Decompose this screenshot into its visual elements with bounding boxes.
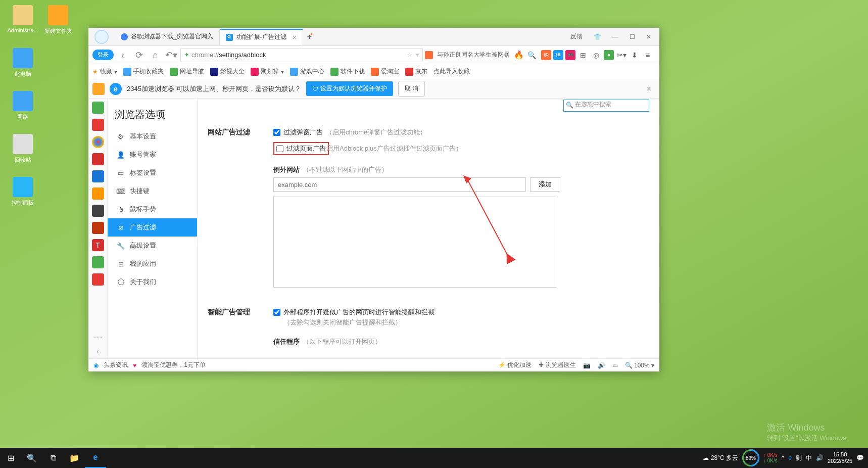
rail-dragon-icon[interactable] — [92, 205, 104, 217]
smart-block-checkbox[interactable] — [273, 309, 280, 316]
favorites-button[interactable]: ★收藏▾ — [92, 67, 117, 76]
browser-taskbar-button[interactable]: e — [85, 448, 106, 468]
new-tab-button[interactable]: +● — [303, 32, 318, 41]
maximize-button[interactable]: ☐ — [626, 31, 638, 42]
back-button[interactable]: ‹ — [116, 48, 130, 62]
doctor-button[interactable]: ✚ 浏览器医生 — [539, 361, 575, 369]
star-icon[interactable]: ☆ — [407, 51, 413, 59]
tab-2[interactable]: ⚙ 功能扩展-广告过滤 × — [220, 29, 303, 45]
sidebar-item-account[interactable]: 👤账号管家 — [108, 146, 197, 164]
tab-1[interactable]: 谷歌浏览器下载_浏览器官网入 — [115, 29, 220, 45]
bookmark-taobao[interactable]: 爱淘宝 — [371, 67, 399, 76]
start-button[interactable]: ⊞ — [0, 448, 21, 468]
desktop-icon-recyclebin[interactable]: 回收站 — [5, 134, 40, 164]
taskview-button[interactable]: ⧉ — [42, 448, 64, 468]
grid-icon[interactable]: ⊞ — [577, 50, 589, 61]
rail-more-icon[interactable]: ⋯ — [93, 331, 103, 342]
rail-iqiyi-icon[interactable] — [92, 256, 104, 268]
sidebar-item-about[interactable]: ⓘ关于我们 — [108, 273, 197, 291]
reload-button[interactable]: ⟳ — [132, 48, 146, 62]
screenshot-icon[interactable]: 📷 — [583, 362, 591, 369]
rail-game2-icon[interactable] — [92, 222, 104, 234]
sidebar-item-adblock[interactable]: ⊘广告过滤 — [108, 218, 197, 237]
rail-chrome-icon[interactable] — [92, 136, 104, 148]
sidebar-item-mouse[interactable]: 🖱鼠标手势 — [108, 200, 197, 218]
sound-icon[interactable]: 🔊 — [598, 362, 605, 369]
page-filter-checkbox[interactable] — [276, 145, 283, 152]
explorer-button[interactable]: 📁 — [64, 448, 85, 468]
zoom-label[interactable]: 🔍 100% ▾ — [625, 362, 654, 369]
set-default-button[interactable]: 🛡设置为默认浏览器并保护 — [306, 81, 393, 96]
exception-input[interactable] — [273, 177, 526, 192]
translate-icon[interactable]: 译 — [553, 50, 563, 60]
weather-widget[interactable]: ☁ 28°C 多云 — [703, 454, 738, 462]
login-button[interactable]: 登录 — [92, 50, 114, 60]
search-icon[interactable]: 🔍 — [526, 50, 537, 61]
sidebar-item-tabs[interactable]: ▭标签设置 — [108, 164, 197, 182]
tray-volume-icon[interactable]: 🔊 — [816, 454, 824, 461]
clock-widget[interactable]: 15:50 2022/8/25 — [828, 451, 852, 464]
green-icon[interactable]: ● — [604, 50, 614, 60]
bookmark-video[interactable]: 影视大全 — [210, 67, 245, 76]
desktop-icon-controlpanel[interactable]: 控制面板 — [5, 177, 40, 207]
shop-icon[interactable]: 购 — [541, 50, 551, 60]
optimize-button[interactable]: ⚡ 优化加速 — [498, 361, 532, 369]
rail-game-icon[interactable] — [92, 188, 104, 200]
menu-icon[interactable]: ≡ — [642, 50, 653, 61]
desktop-icon-newfolder[interactable]: 新建文件夹 — [40, 5, 76, 35]
restore-button[interactable]: ↶▾ — [164, 48, 178, 62]
net-speed-widget[interactable]: ↑ 0K/s ↓ 0K/s — [763, 452, 778, 463]
rail-clock-icon[interactable] — [92, 102, 104, 114]
address-bar[interactable]: ✦ chrome://settings/adblock ☆ ▾ — [180, 48, 423, 62]
compat-icon[interactable]: ▭ — [612, 362, 618, 369]
bookmark-mobile[interactable]: 手机收藏夹 — [123, 67, 164, 76]
bookmark-game[interactable]: 游戏中心 — [290, 67, 324, 76]
minimize-button[interactable]: — — [609, 31, 621, 42]
bookmark-jd[interactable]: 京东 — [405, 67, 427, 76]
desktop-icon-thispc[interactable]: 此电脑 — [5, 48, 40, 78]
rail-east-icon[interactable] — [92, 153, 104, 165]
dropdown-icon[interactable]: ▾ — [416, 51, 419, 59]
sidebar-item-apps[interactable]: ⊞我的应用 — [108, 255, 197, 273]
rail-t-icon[interactable]: T — [92, 239, 104, 251]
rail-pdf-icon[interactable] — [92, 119, 104, 131]
bookmark-import[interactable]: 点此导入收藏 — [433, 67, 470, 76]
perf-widget[interactable]: 89% — [742, 449, 759, 466]
add-exception-button[interactable]: 添加 — [530, 177, 560, 192]
close-icon[interactable]: × — [293, 33, 297, 41]
tray-input-icon[interactable]: 中 — [806, 454, 812, 462]
tray-ime-icon[interactable]: 㔄 — [796, 454, 802, 462]
bookmark-juhuasuan[interactable]: 聚划算▾ — [251, 67, 284, 76]
news-icon[interactable]: ◉ — [93, 362, 99, 369]
feedback-button[interactable]: 反馈 — [567, 30, 586, 43]
bookmark-nav[interactable]: 网址导航 — [170, 67, 204, 76]
rail-collapse-icon[interactable]: ‹ — [97, 347, 99, 355]
hot-search-text[interactable]: 与孙正良同名大学生被网暴 — [437, 51, 510, 59]
sidebar-item-basic[interactable]: ⚙基本设置 — [108, 127, 197, 146]
cut-icon[interactable]: ✂▾ — [616, 50, 627, 61]
avatar-button[interactable] — [88, 28, 115, 46]
sidebar-item-hotkeys[interactable]: ⌨快捷键 — [108, 182, 197, 200]
bookmark-software[interactable]: 软件下载 — [330, 67, 365, 76]
circle-icon[interactable]: ◎ — [591, 50, 602, 61]
popup-filter-checkbox[interactable] — [273, 129, 280, 136]
download-icon[interactable]: ⬇ — [629, 50, 640, 61]
search-button[interactable]: 🔍 — [21, 448, 42, 468]
news-link[interactable]: 头条资讯 — [104, 361, 128, 369]
rail-news-icon[interactable] — [92, 273, 104, 286]
cancel-button[interactable]: 取 消 — [398, 81, 425, 97]
game-icon[interactable]: 🎮 — [565, 50, 575, 60]
close-icon[interactable]: × — [643, 84, 655, 93]
close-button[interactable]: ✕ — [643, 31, 654, 42]
tray-chevron-icon[interactable]: ^ — [782, 454, 785, 461]
tray-browser-icon[interactable]: e — [788, 454, 792, 461]
desktop-icon-admin[interactable]: Administra... — [5, 5, 40, 33]
settings-search-input[interactable]: 在选项中搜索 — [563, 100, 649, 112]
exception-list[interactable] — [273, 197, 556, 288]
rail-app-icon[interactable] — [92, 170, 104, 182]
desktop-icon-network[interactable]: 网络 — [5, 91, 40, 121]
skin-icon[interactable]: 👕 — [591, 31, 604, 42]
coupon-link[interactable]: 领淘宝优惠券，1元下单 — [141, 361, 206, 369]
home-button[interactable]: ⌂ — [148, 48, 162, 62]
notifications-icon[interactable]: 💬 — [856, 454, 864, 461]
